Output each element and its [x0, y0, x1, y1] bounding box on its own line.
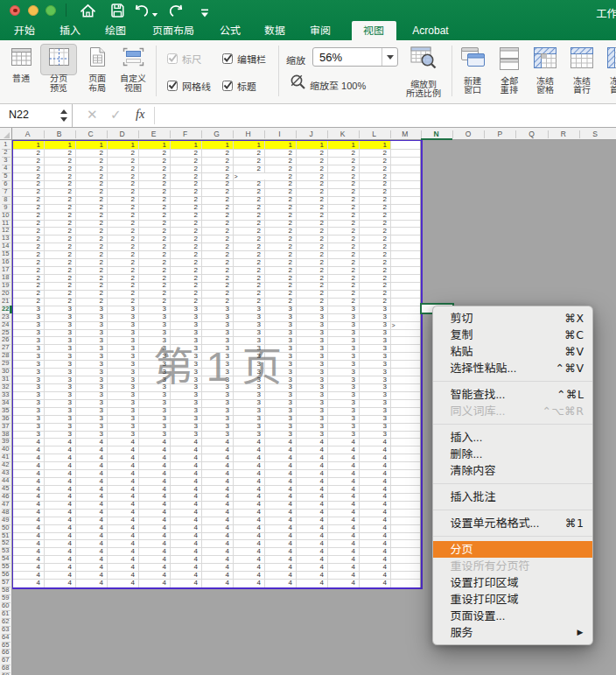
column-header-E[interactable]: E: [138, 128, 170, 139]
checkbox-1[interactable]: 网格线: [167, 79, 211, 93]
new-window-icon: [459, 46, 486, 72]
zoom-100-icon[interactable]: [289, 73, 308, 92]
name-box[interactable]: N22: [9, 109, 29, 121]
checkbox-3[interactable]: 标题: [222, 79, 256, 93]
row-headers[interactable]: 1234567891011121314151617181920212223242…: [0, 140, 12, 675]
tab-0[interactable]: 开始: [8, 21, 41, 40]
column-header-R[interactable]: R: [548, 128, 579, 139]
menu-item-10[interactable]: 清除内容: [433, 462, 592, 479]
save-icon[interactable]: [110, 3, 124, 18]
row-header-separator: [2, 298, 11, 299]
page-break-preview-icon: [47, 46, 71, 67]
window-button-3[interactable]: 冻结首行: [564, 44, 600, 95]
spinner-up-icon[interactable]: [60, 109, 67, 114]
view-button-3[interactable]: 自定义视图: [115, 44, 151, 93]
window-button-4[interactable]: 冻结首列: [600, 44, 616, 95]
menu-item-5[interactable]: 智能查找...⌃⌘L: [433, 386, 592, 403]
checkbox-box-icon[interactable]: [222, 53, 233, 64]
menu-item-21[interactable]: 服务▶: [433, 624, 592, 641]
column-header-F[interactable]: F: [170, 128, 201, 139]
tab-4[interactable]: 公式: [214, 21, 247, 40]
menu-item-20[interactable]: 页面设置...: [433, 608, 592, 624]
menu-item-0[interactable]: 剪切⌘X: [433, 310, 592, 327]
row-header-separator: [2, 149, 11, 150]
menu-item-8[interactable]: 插入...: [433, 429, 592, 446]
minimize-window-icon[interactable]: [28, 5, 38, 16]
tab-5[interactable]: 数据: [258, 21, 291, 40]
column-header-I[interactable]: I: [264, 128, 296, 139]
column-header-Q[interactable]: Q: [515, 128, 547, 139]
window-button-1[interactable]: 全部重排: [491, 44, 528, 95]
tab-2[interactable]: 绘图: [99, 21, 132, 40]
checkbox-label: 网格线: [182, 79, 211, 93]
column-header-A[interactable]: A: [12, 128, 44, 139]
zoom-dropdown-icon[interactable]: [382, 48, 397, 66]
row-header-separator: [2, 446, 11, 446]
checkbox-2[interactable]: 编辑栏: [222, 52, 266, 66]
tab-8[interactable]: Acrobat: [388, 21, 473, 40]
checkbox-0[interactable]: 标尺: [167, 52, 201, 66]
tab-1[interactable]: 插入: [53, 21, 87, 40]
column-header-J[interactable]: J: [296, 128, 327, 139]
tab-6[interactable]: 审阅: [304, 21, 337, 40]
checkbox-box-icon[interactable]: [222, 81, 233, 91]
row-header-separator: [2, 610, 11, 611]
view-button-2[interactable]: 页面布局: [80, 44, 114, 93]
zoom-window-icon[interactable]: [46, 5, 56, 16]
row-header-separator: [2, 196, 11, 197]
column-header-separator: [138, 130, 139, 138]
menu-item-shortcut: ⌃⌘L: [556, 386, 584, 403]
menu-item-12[interactable]: 插入批注: [433, 489, 592, 505]
home-icon[interactable]: [80, 3, 96, 18]
customize-toolbar-icon[interactable]: [200, 5, 210, 21]
column-header-D[interactable]: D: [107, 128, 138, 139]
menu-item-16[interactable]: 分页: [433, 541, 592, 558]
menu-item-14[interactable]: 设置单元格格式...⌘1: [433, 515, 592, 531]
close-window-icon[interactable]: [10, 5, 20, 16]
column-header-M[interactable]: M: [390, 128, 421, 139]
column-header-H[interactable]: H: [233, 128, 264, 139]
menu-item-1[interactable]: 复制⌘C: [433, 327, 592, 343]
zoom-to-selection-button[interactable]: 缩放到所选比例: [398, 46, 449, 99]
unsaved-dot-icon: [13, 9, 18, 13]
column-header-O[interactable]: O: [452, 128, 484, 139]
column-header-C[interactable]: C: [75, 128, 107, 139]
column-header-L[interactable]: L: [359, 128, 390, 139]
menu-item-2[interactable]: 粘贴⌘V: [433, 343, 592, 360]
column-header-G[interactable]: G: [201, 128, 233, 139]
menu-item-9[interactable]: 删除...: [433, 446, 592, 462]
view-button-0[interactable]: 普通: [5, 44, 37, 84]
column-header-B[interactable]: B: [44, 128, 75, 139]
name-box-spinner[interactable]: [60, 108, 70, 123]
insert-function-icon[interactable]: fx: [136, 107, 144, 122]
column-header-S[interactable]: S: [579, 128, 611, 139]
submenu-arrow-icon: ▶: [578, 624, 584, 641]
zoom-100-button[interactable]: 缩放至 100%: [310, 78, 366, 92]
row-header-separator: [2, 454, 11, 454]
column-headers[interactable]: ABCDEFGHIJKLMNOPQRS: [0, 128, 616, 140]
zoom-combobox[interactable]: 56%: [312, 47, 398, 67]
select-all-corner[interactable]: [0, 128, 12, 140]
view-button-1[interactable]: 分页预览: [40, 44, 77, 93]
window-button-2[interactable]: 冻结窗格: [527, 44, 564, 95]
menu-item-19[interactable]: 重设打印区域: [433, 591, 592, 608]
menu-item-18[interactable]: 设置打印区域: [433, 574, 592, 591]
cancel-icon[interactable]: ✕: [87, 107, 98, 123]
spinner-down-icon[interactable]: [60, 117, 67, 122]
row-header-separator: [2, 391, 11, 392]
checkbox-box-icon[interactable]: [167, 53, 178, 64]
redo-icon[interactable]: [167, 3, 185, 18]
checkbox-box-icon[interactable]: [167, 81, 178, 91]
tab-3[interactable]: 页面布局: [146, 21, 200, 40]
undo-icon[interactable]: [133, 3, 150, 18]
column-header-separator: [75, 130, 76, 138]
column-header-P[interactable]: P: [484, 128, 515, 139]
window-button-0[interactable]: 新建窗口: [454, 44, 491, 95]
enter-icon[interactable]: ✓: [110, 107, 122, 123]
zoom-value: 56%: [319, 51, 342, 64]
menu-item-3[interactable]: 选择性粘贴...⌃⌘V: [433, 360, 592, 376]
row-header-separator: [2, 579, 11, 580]
column-header-K[interactable]: K: [327, 128, 359, 139]
row-header-separator: [2, 555, 11, 556]
row-header-separator: [2, 290, 11, 291]
